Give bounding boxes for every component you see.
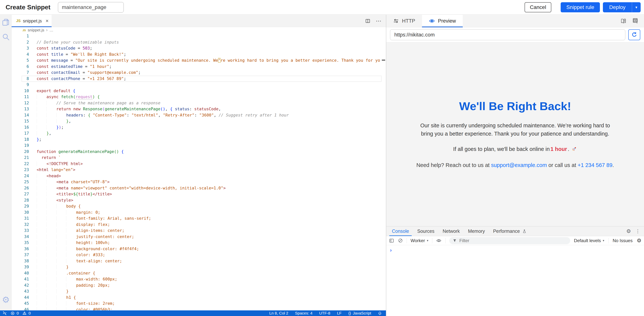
docs-book-icon[interactable] bbox=[620, 18, 627, 24]
code-line[interactable]: 28 <style> bbox=[12, 197, 386, 203]
devtools-tab-console[interactable]: Console bbox=[388, 226, 413, 236]
execution-context-dropdown[interactable]: Worker ▾ bbox=[410, 238, 428, 243]
issues-counter[interactable]: No Issues bbox=[612, 238, 632, 243]
code-line[interactable]: 2// Define your customizable inputs bbox=[12, 39, 386, 46]
deploy-dropdown-button[interactable]: ▾ bbox=[632, 2, 641, 12]
devtools-tab-performance[interactable]: Performance bbox=[489, 226, 530, 236]
tab-preview[interactable]: Preview bbox=[422, 15, 463, 27]
console-filter[interactable] bbox=[449, 237, 570, 244]
code-line[interactable]: 42 padding: 20px; bbox=[12, 282, 386, 288]
snippet-name-input[interactable] bbox=[58, 2, 124, 13]
tab-http[interactable]: HTTP bbox=[386, 15, 422, 27]
code-line[interactable]: 43 } bbox=[12, 288, 386, 294]
code-line[interactable]: 29 body { bbox=[12, 203, 386, 209]
code-line[interactable]: 23<html lang="en"> bbox=[12, 167, 386, 173]
devtools-tab-memory[interactable]: Memory bbox=[464, 226, 489, 236]
encoding[interactable]: UTF-8 bbox=[319, 311, 330, 315]
problems-summary[interactable]: 0 0 bbox=[10, 311, 31, 315]
devtools-tab-sources[interactable]: Sources bbox=[413, 226, 438, 236]
code-line[interactable]: 11 async fetch(request) { bbox=[12, 94, 386, 100]
code-line[interactable]: 38 text-align: center; bbox=[12, 258, 386, 264]
line-number: 20 bbox=[12, 149, 29, 155]
code-line[interactable]: 27 <title>${title}</title> bbox=[12, 191, 386, 197]
code-line[interactable]: 8const contactPhone = "+1 234 567 89"; bbox=[12, 76, 386, 82]
code-line[interactable]: 46 color: #0056b3; bbox=[12, 307, 386, 310]
code-line[interactable]: 10export default { bbox=[12, 88, 386, 94]
code-line[interactable]: 13 return new Response(generateMaintenan… bbox=[12, 106, 386, 112]
support-email-link[interactable]: support@example.com bbox=[491, 162, 547, 168]
console-sidebar-toggle-icon[interactable] bbox=[389, 238, 394, 243]
code-token: request bbox=[76, 94, 92, 100]
discord-chat-icon[interactable] bbox=[632, 18, 639, 25]
filter-input[interactable] bbox=[459, 238, 567, 243]
code-line[interactable]: 40 .container { bbox=[12, 270, 386, 276]
code-line[interactable]: 12 // Serve the maintenance page as a re… bbox=[12, 100, 386, 106]
code-line[interactable]: 1 bbox=[12, 33, 386, 39]
code-line[interactable]: 31 font-family: Arial, sans-serif; bbox=[12, 215, 386, 222]
code-editor[interactable]: 12// Define your customizable inputs3con… bbox=[12, 33, 386, 310]
devtools-settings-gear-icon[interactable]: ⚙ bbox=[626, 229, 631, 234]
devtools-menu-kebab-icon[interactable]: ⋮ bbox=[636, 228, 640, 234]
tab-snippet-js[interactable]: JS snippet.js × bbox=[12, 15, 52, 27]
code-line[interactable]: 21 return ` bbox=[12, 155, 386, 161]
settings-gear-icon[interactable]: ⚙ bbox=[0, 295, 12, 304]
code-line[interactable]: 25 <meta charset="UTF-8"> bbox=[12, 179, 386, 185]
refresh-button[interactable] bbox=[628, 29, 640, 40]
console-prompt-chevron[interactable]: › bbox=[390, 247, 392, 253]
clear-console-icon[interactable] bbox=[398, 238, 403, 243]
console-messages-area[interactable]: › bbox=[386, 245, 644, 316]
breadcrumb-symbol[interactable]: … bbox=[49, 28, 53, 32]
code-line[interactable]: 34 justify-content: center; bbox=[12, 234, 386, 240]
code-token: status bbox=[175, 107, 190, 111]
breadcrumb-file[interactable]: snippet.js bbox=[28, 28, 44, 32]
code-line[interactable]: 6const estimatedTime = "1 hour"; bbox=[12, 64, 386, 70]
code-line[interactable]: 33 align-items: center; bbox=[12, 228, 386, 234]
log-levels-dropdown[interactable]: Default levels ▾ bbox=[574, 238, 604, 243]
files-icon[interactable] bbox=[0, 18, 12, 26]
devtools-tab-network[interactable]: Network bbox=[438, 226, 464, 236]
notifications-bell-icon[interactable] bbox=[378, 311, 382, 315]
close-tab-icon[interactable]: × bbox=[46, 18, 48, 24]
code-line[interactable]: 35 height: 100vh; bbox=[12, 240, 386, 246]
code-line[interactable]: 15 }, bbox=[12, 118, 386, 124]
code-line[interactable]: 24 <head> bbox=[12, 173, 386, 179]
live-expression-eye-icon[interactable] bbox=[436, 238, 442, 243]
search-icon[interactable] bbox=[0, 33, 12, 41]
code-line[interactable]: 17 }, bbox=[12, 130, 386, 137]
code-line[interactable]: 5const message = "Our site is currently … bbox=[12, 57, 386, 64]
code-line[interactable]: 41 max-width: 600px; bbox=[12, 276, 386, 282]
code-line[interactable]: 37 color: #333; bbox=[12, 252, 386, 258]
split-editor-icon[interactable] bbox=[365, 18, 370, 24]
code-line[interactable]: 36 background-color: #f4f4f4; bbox=[12, 246, 386, 252]
code-line[interactable]: 30 margin: 0; bbox=[12, 209, 386, 216]
language-mode[interactable]: {} JavaScript bbox=[348, 311, 371, 315]
code-line[interactable]: 22 <!DOCTYPE html> bbox=[12, 161, 386, 167]
eol-sequence[interactable]: LF bbox=[337, 311, 342, 315]
preview-url-input[interactable] bbox=[390, 29, 625, 40]
phone-link[interactable]: +1 234 567 89 bbox=[578, 162, 612, 168]
code-line[interactable]: 14 headers: { "Content-Type": "text/html… bbox=[12, 112, 386, 118]
code-line[interactable]: 16 }); bbox=[12, 124, 386, 131]
code-line[interactable]: 18}; bbox=[12, 137, 386, 143]
breadcrumb[interactable]: JS snippet.js › … bbox=[12, 27, 386, 33]
code-line[interactable]: 3const statusCode = 503; bbox=[12, 45, 386, 52]
errors-count: 0 bbox=[17, 311, 19, 315]
indentation[interactable]: Spaces: 4 bbox=[295, 311, 312, 315]
console-settings-gear-icon[interactable]: ⚙ bbox=[637, 238, 642, 243]
code-line[interactable]: 45 font-size: 2rem; bbox=[12, 300, 386, 307]
code-line[interactable]: 39 } bbox=[12, 264, 386, 270]
cancel-button[interactable]: Cancel bbox=[524, 2, 551, 12]
code-line[interactable]: 20function generateMaintenancePage() { bbox=[12, 149, 386, 155]
code-line[interactable]: 7const contactEmail = "support@example.c… bbox=[12, 70, 386, 76]
code-line[interactable]: 26 <meta name="viewport" content="width=… bbox=[12, 185, 386, 191]
code-line[interactable]: 44 h1 { bbox=[12, 294, 386, 301]
code-line[interactable]: 9 bbox=[12, 82, 386, 88]
code-line[interactable]: 19 bbox=[12, 142, 386, 149]
deploy-button[interactable]: Deploy bbox=[603, 2, 632, 12]
snippet-rule-button[interactable]: Snippet rule bbox=[561, 2, 600, 12]
code-line[interactable]: 4const title = "We'll Be Right Back!"; bbox=[12, 52, 386, 58]
cursor-position[interactable]: Ln 8, Col 2 bbox=[269, 311, 288, 315]
remote-indicator-icon[interactable] bbox=[2, 311, 7, 316]
code-line[interactable]: 32 display: flex; bbox=[12, 222, 386, 228]
more-actions-icon[interactable]: ⋯ bbox=[376, 18, 382, 24]
